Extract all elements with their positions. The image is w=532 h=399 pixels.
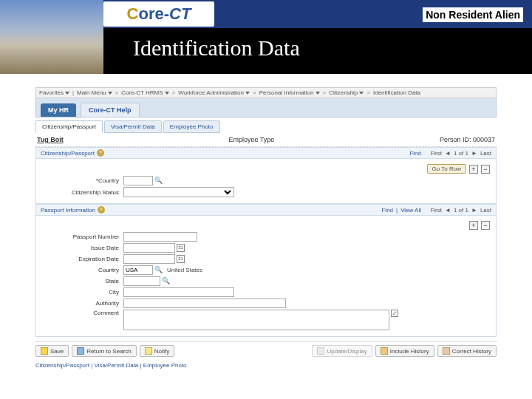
bottom-actions: Save Return to Search Notify Update/Disp… (35, 341, 497, 360)
lookup-icon[interactable]: 🔍 (154, 177, 163, 185)
issue-date-label: Issue Date (42, 245, 123, 251)
state-label: State (42, 278, 123, 284)
gotorow-button[interactable]: Go To Row (427, 164, 466, 174)
pager-last[interactable]: Last (480, 150, 491, 157)
add-row-button[interactable]: + (469, 165, 478, 174)
breadcrumb-mainmenu[interactable]: Main Menu (77, 89, 112, 96)
section-title: Citizenship/Passport (41, 150, 95, 157)
delete-row-button[interactable]: − (481, 165, 490, 174)
caret-down-icon (165, 92, 169, 95)
citizenship-status-label: Citizenship Status (42, 189, 123, 196)
breadcrumb-item[interactable]: Personal Information (259, 89, 320, 96)
country-input[interactable] (123, 176, 153, 185)
passport-form: + − Passport Number Issue Date 31 Expira… (35, 216, 497, 337)
pager-first[interactable]: First (430, 207, 442, 214)
breadcrumb-item[interactable]: Citizenship (329, 89, 364, 96)
tab-help[interactable]: Core-CT Help (81, 103, 140, 117)
expand-icon[interactable]: ⤢ (391, 310, 398, 317)
correct-icon (443, 347, 450, 355)
find-link[interactable]: Find (409, 150, 421, 157)
return-button[interactable]: Return to Search (72, 345, 136, 357)
employee-row: Tug Boit Employee Type Person ID: 000037 (35, 133, 497, 147)
employee-type-label: Employee Type (228, 136, 274, 143)
pager-count: 1 of 1 (454, 150, 468, 157)
passport-number-input[interactable] (123, 232, 197, 242)
authority-label: Authority (42, 300, 123, 307)
correct-history-button[interactable]: Correct History (437, 345, 497, 357)
section-title: Passport Information (41, 207, 95, 214)
delete-row-button[interactable]: − (481, 221, 490, 230)
notify-icon (145, 347, 152, 355)
calendar-icon[interactable]: 31 (177, 255, 185, 263)
passport-country-label: Country (42, 267, 123, 273)
tab-visa[interactable]: Visa/Permit Data (104, 120, 162, 133)
expiration-date-input[interactable] (123, 254, 175, 264)
citizenship-status-select[interactable] (123, 187, 234, 197)
caret-down-icon (108, 92, 112, 95)
update-display-button[interactable]: Update/Display (312, 345, 372, 357)
include-icon (381, 347, 388, 355)
breadcrumb-item[interactable]: Core-CT HRMS (121, 89, 168, 96)
page-tabs: Citizenship/Passport Visa/Permit Data Em… (35, 120, 497, 133)
page-title: Identification Data (133, 35, 300, 61)
person-id: Person ID: 000037 (440, 136, 495, 143)
lookup-icon[interactable]: 🔍 (162, 277, 170, 285)
viewall-link[interactable]: View All (400, 207, 421, 214)
header-bar: My HR Core-CT Help (35, 98, 497, 117)
passport-section-header: Passport Information ? Find | View All F… (35, 204, 497, 216)
issue-date-input[interactable] (123, 243, 175, 253)
city-input[interactable] (123, 287, 234, 297)
caret-down-icon (359, 92, 364, 95)
top-label: Non Resident Alien (423, 7, 523, 22)
page-header: Core-CT Non Resident Alien Identificatio… (0, 0, 532, 74)
caret-down-icon (316, 92, 320, 95)
update-icon (317, 347, 324, 355)
help-icon[interactable]: ? (97, 149, 104, 157)
employee-name: Tug Boit (37, 136, 64, 143)
tab-my-hr[interactable]: My HR (41, 103, 76, 117)
comment-label: Comment (42, 310, 123, 316)
return-icon (77, 347, 84, 355)
authority-input[interactable] (123, 299, 286, 308)
breadcrumb-item: Identification Data (373, 89, 420, 96)
lookup-icon[interactable]: 🔍 (154, 266, 163, 274)
find-link[interactable]: Find (381, 207, 393, 214)
pager-first[interactable]: First (430, 150, 442, 157)
passport-country-input[interactable] (123, 265, 153, 275)
country-description: United States (167, 267, 202, 273)
citizenship-section-header: Citizenship/Passport ? Find First ◄ 1 of… (35, 147, 497, 159)
header-photo (0, 0, 103, 74)
caret-down-icon (245, 92, 250, 95)
tab-photo[interactable]: Employee Photo (163, 120, 220, 133)
tab-citizenship[interactable]: Citizenship/Passport (35, 120, 103, 133)
breadcrumb-item[interactable]: Workforce Administration (178, 89, 250, 96)
save-icon (41, 347, 48, 355)
country-label: Country (42, 177, 123, 184)
app-body: Favorites | Main Menu > Core-CT HRMS > W… (0, 74, 532, 376)
caret-down-icon (65, 92, 69, 95)
pager-last[interactable]: Last (480, 207, 491, 214)
comment-textarea[interactable] (123, 310, 389, 330)
add-row-button[interactable]: + (469, 221, 478, 230)
notify-button[interactable]: Notify (140, 345, 174, 357)
logo: Core-CT (103, 1, 214, 27)
state-input[interactable] (123, 276, 160, 286)
bottom-tab-links[interactable]: Citizenship/Passport | Visa/Permit Data … (35, 360, 497, 369)
save-button[interactable]: Save (35, 345, 69, 357)
breadcrumb: Favorites | Main Menu > Core-CT HRMS > W… (35, 87, 497, 98)
help-icon[interactable]: ? (98, 206, 105, 214)
passport-number-label: Passport Number (42, 233, 123, 240)
calendar-icon[interactable]: 31 (177, 244, 185, 252)
include-history-button[interactable]: Include History (375, 345, 434, 357)
expiration-date-label: Expiration Date (42, 256, 123, 262)
pager-count: 1 of 1 (454, 207, 468, 214)
citizenship-form: Go To Row + − Country 🔍 Citizenship Stat… (35, 159, 497, 204)
city-label: City (42, 289, 123, 296)
breadcrumb-favorites[interactable]: Favorites (39, 89, 69, 96)
